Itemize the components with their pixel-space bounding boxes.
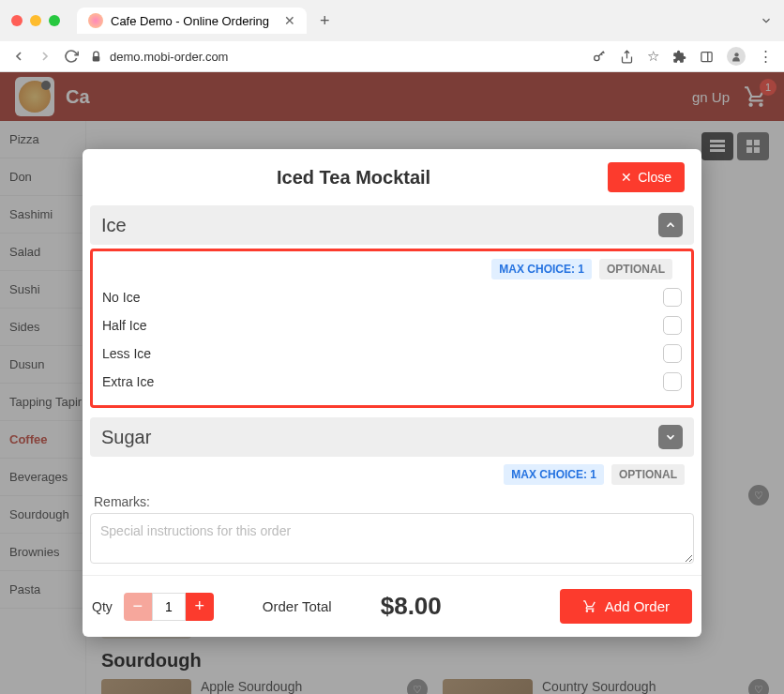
account-icon[interactable]: [727, 47, 746, 66]
modal-title: Iced Tea Mocktail: [99, 167, 608, 189]
svg-line-3: [603, 52, 604, 53]
svg-point-1: [595, 55, 599, 60]
remarks-label: Remarks:: [90, 489, 694, 513]
menu-icon[interactable]: ⋮: [759, 48, 773, 65]
option-label: No Ice: [102, 290, 140, 305]
optional-badge: OPTIONAL: [611, 464, 685, 485]
qty-label: Qty: [92, 599, 113, 614]
browser-tabs: Cafe Demo - Online Ordering ✕ +: [77, 8, 752, 34]
remarks-input[interactable]: [90, 513, 694, 564]
section-title: Sugar: [101, 427, 151, 448]
option-label: Half Ice: [102, 318, 146, 333]
modal-body: Ice MAX CHOICE: 1 OPTIONAL No Ice Half I…: [83, 205, 701, 575]
add-order-label: Add Order: [605, 598, 670, 614]
option-no-ice[interactable]: No Ice: [102, 283, 682, 311]
panel-icon[interactable]: [700, 50, 714, 64]
chevron-down-icon[interactable]: [760, 14, 773, 27]
share-icon[interactable]: [620, 50, 634, 64]
cart-icon: [582, 599, 597, 613]
max-choice-badge: MAX CHOICE: 1: [504, 464, 604, 485]
modal-header: Iced Tea Mocktail ✕ Close: [83, 149, 701, 205]
svg-rect-6: [701, 52, 712, 61]
url-bar[interactable]: demo.mobi-order.com: [90, 50, 580, 64]
optional-badge: OPTIONAL: [599, 259, 672, 279]
qty-plus-button[interactable]: +: [186, 593, 214, 621]
option-label: Less Ice: [102, 346, 151, 361]
qty-minus-button[interactable]: −: [124, 593, 152, 621]
close-label: Close: [638, 170, 671, 185]
window-maximize-dot[interactable]: [49, 15, 60, 26]
browser-tab[interactable]: Cafe Demo - Online Ordering ✕: [77, 8, 307, 34]
checkbox[interactable]: [663, 372, 682, 391]
option-half-ice[interactable]: Half Ice: [102, 311, 682, 339]
modal-footer: Qty − + Order Total $8.00 Add Order: [83, 575, 701, 637]
max-choice-badge: MAX CHOICE: 1: [491, 259, 592, 279]
window-controls: Cafe Demo - Online Ordering ✕ +: [0, 0, 784, 41]
order-total-value: $8.00: [381, 592, 442, 621]
tab-favicon-icon: [88, 13, 103, 28]
star-icon[interactable]: ☆: [647, 48, 659, 65]
app-body: Ca gn Up 1 Pizza Don Sashimi Salad Sushi…: [0, 72, 784, 694]
forward-button[interactable]: [38, 49, 53, 64]
svg-point-8: [734, 53, 738, 56]
tab-close-icon[interactable]: ✕: [284, 13, 295, 28]
url-text: demo.mobi-order.com: [110, 50, 228, 64]
checkbox[interactable]: [663, 288, 682, 307]
svg-rect-0: [93, 55, 100, 60]
modal: Iced Tea Mocktail ✕ Close Ice MAX CHOICE…: [83, 149, 701, 637]
svg-line-4: [601, 53, 602, 54]
close-button[interactable]: ✕ Close: [608, 162, 685, 192]
qty-input[interactable]: [152, 593, 186, 621]
collapse-button[interactable]: [658, 213, 683, 237]
ice-options-box: MAX CHOICE: 1 OPTIONAL No Ice Half Ice L…: [90, 249, 694, 408]
extensions-icon[interactable]: [672, 50, 686, 64]
section-bar-sugar: Sugar: [90, 417, 694, 457]
window-minimize-dot[interactable]: [30, 15, 41, 26]
add-order-button[interactable]: Add Order: [560, 589, 692, 624]
back-button[interactable]: [11, 49, 26, 64]
tab-title: Cafe Demo - Online Ordering: [111, 14, 269, 28]
option-less-ice[interactable]: Less Ice: [102, 339, 682, 368]
expand-button[interactable]: [658, 425, 683, 449]
order-total-label: Order Total: [263, 598, 332, 614]
window-close-dot[interactable]: [11, 15, 23, 26]
option-label: Extra Ice: [102, 374, 154, 389]
checkbox[interactable]: [663, 344, 682, 363]
lock-icon: [90, 51, 102, 63]
toolbar-icons: ☆ ⋮: [592, 47, 773, 66]
qty-stepper: − +: [124, 593, 214, 621]
badges: MAX CHOICE: 1 OPTIONAL: [90, 460, 694, 489]
section-title: Ice: [101, 215, 127, 236]
option-extra-ice[interactable]: Extra Ice: [102, 368, 682, 396]
badges: MAX CHOICE: 1 OPTIONAL: [102, 255, 682, 283]
reload-button[interactable]: [64, 49, 79, 64]
section-bar-ice: Ice: [90, 205, 694, 245]
checkbox[interactable]: [663, 316, 682, 335]
key-icon[interactable]: [592, 49, 607, 64]
close-icon: ✕: [621, 170, 632, 185]
new-tab-button[interactable]: +: [314, 11, 336, 31]
browser-toolbar: demo.mobi-order.com ☆ ⋮: [0, 41, 784, 71]
browser-chrome: Cafe Demo - Online Ordering ✕ + demo.mob…: [0, 0, 784, 72]
